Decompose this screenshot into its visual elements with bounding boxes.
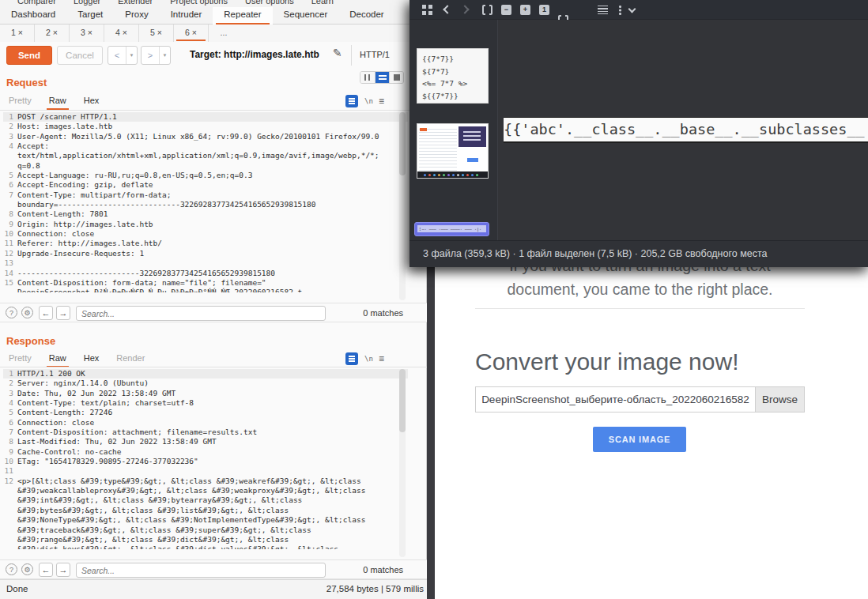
list-view-icon[interactable] <box>598 6 608 14</box>
newline-toggle-icon[interactable]: \n <box>364 97 373 105</box>
burp-top-tab[interactable]: Logger <box>74 0 100 6</box>
request-scrollbar-thumb[interactable] <box>399 112 406 175</box>
response-view-tab[interactable]: Render <box>108 352 153 367</box>
burp-top-tab[interactable]: Extender <box>118 0 153 6</box>
burp-top-tab[interactable]: Project options <box>170 0 228 6</box>
line-text: &#39;dict_keys&#39;&gt;, &lt;class &#39;… <box>17 544 338 549</box>
back-arrow-icon: < <box>108 47 126 64</box>
browse-button[interactable]: Browse <box>755 387 804 412</box>
kebab-menu-icon[interactable] <box>615 5 625 15</box>
response-view-tab[interactable]: Raw <box>40 352 75 367</box>
response-view-tab[interactable]: Pretty <box>0 352 40 367</box>
scan-image-button[interactable]: SCAN IMAGE <box>593 427 686 452</box>
help-icon[interactable]: ? <box>6 563 17 575</box>
gear-icon[interactable]: ⚙ <box>21 307 33 318</box>
repeater-tab[interactable]: 4 × <box>104 24 139 42</box>
burp-top-tab[interactable]: Learn <box>311 0 334 6</box>
burp-main-tab[interactable]: Dashboard <box>0 7 66 24</box>
selected-file-item[interactable]: ⠇–· ––– ·––– ––––· ––– ·|· <box>414 222 489 236</box>
repeater-tab[interactable]: 1 × <box>0 24 35 42</box>
request-line: 12Upgrade-Insecure-Requests: 1 <box>3 249 408 258</box>
request-view-tab[interactable]: Pretty <box>0 94 40 109</box>
burp-main-tab[interactable]: Proxy <box>114 7 159 24</box>
search-next-button[interactable]: → <box>56 306 70 320</box>
gear-icon[interactable]: ⚙ <box>21 563 33 575</box>
http-version-label[interactable]: HTTP/1 <box>360 50 390 59</box>
caret-down-icon[interactable]: ▼ <box>126 47 137 64</box>
search-prev-button[interactable]: ← <box>39 563 53 577</box>
zoomed-filename-text: {{'abc'.__class__.__base__.__subclasses_… <box>504 121 865 138</box>
line-text: Origin: http://images.late.htb <box>17 220 153 229</box>
layout-rows-button[interactable] <box>375 72 389 83</box>
line-number: 1 <box>3 369 13 379</box>
prev-request-button[interactable]: < ▼ <box>108 46 138 65</box>
file-upload-input[interactable]: DeepinScreenshot_выберите-область_202206… <box>475 386 805 413</box>
zoom-original-icon[interactable]: 1 <box>539 5 549 15</box>
request-view-tab[interactable]: Hex <box>75 94 108 109</box>
send-button[interactable]: Send <box>6 46 52 65</box>
back-icon[interactable] <box>443 5 451 13</box>
line-text: Host: images.late.htb <box>17 122 112 131</box>
request-line: 2Host: images.late.htb <box>3 122 408 131</box>
fm-content-area[interactable]: {{'abc'.__class__.__base__.__subclasses_… <box>499 20 868 240</box>
burp-main-tab[interactable]: Repeater <box>213 7 272 24</box>
response-line: 5Content-Length: 27246 <box>3 408 408 417</box>
repeater-tab[interactable]: 2 × <box>35 24 70 42</box>
repeater-tab[interactable]: 3 × <box>70 24 104 42</box>
response-search-input[interactable] <box>76 563 326 578</box>
beautify-icon[interactable] <box>345 352 358 365</box>
request-match-count: 0 matches <box>340 308 403 318</box>
search-next-button[interactable]: → <box>56 563 70 577</box>
forward-icon[interactable] <box>460 5 469 13</box>
text-file-thumbnail[interactable]: {{7*7}} ${7*7} <%= 7*7 %> ${{7*7}} <box>417 48 489 104</box>
request-view-tab[interactable]: Raw <box>40 94 75 109</box>
repeater-tab[interactable]: ... <box>209 24 239 42</box>
line-text: Cache-Control: no-cache <box>17 447 122 457</box>
line-number: 1 <box>3 112 13 122</box>
search-prev-button[interactable]: ← <box>39 306 53 320</box>
response-scrollbar-thumb[interactable] <box>399 369 406 432</box>
line-text: Accept: <box>17 141 49 151</box>
fm-sidebar: {{7*7}} ${7*7} <%= 7*7 %> ${{7*7}} ⠇–· –… <box>409 20 498 240</box>
repeater-toolbar: Send Cancel < ▼ > ▼ Target: http://image… <box>0 42 427 73</box>
line-text: Content-Type: multipart/form-data; <box>17 190 171 200</box>
repeater-tab[interactable]: 5 × <box>139 24 174 42</box>
burp-main-tab[interactable]: Sequencer <box>273 7 339 24</box>
layout-single-button[interactable] <box>389 72 403 83</box>
newline-toggle-icon[interactable]: \n <box>364 355 373 363</box>
repeater-tab[interactable]: 6 × <box>174 24 209 42</box>
layout-columns-button[interactable] <box>360 72 375 83</box>
burp-main-tab[interactable]: Intruder <box>160 7 213 24</box>
response-editor[interactable]: 1HTTP/1.1 200 OK 2Server: nginx/1.14.0 (… <box>0 369 408 559</box>
cancel-button[interactable]: Cancel <box>57 46 103 65</box>
caret-down-icon[interactable]: ▼ <box>159 47 170 64</box>
image-file-thumbnail[interactable] <box>417 123 489 179</box>
response-line: &#39;bytes&#39;&gt;, &lt;class &#39;list… <box>3 506 408 515</box>
beautify-icon[interactable] <box>345 95 358 107</box>
response-match-count: 0 matches <box>340 565 403 575</box>
response-view-tab[interactable]: Hex <box>75 352 108 367</box>
line-number: 7 <box>3 428 13 437</box>
thumbnail-taskbar <box>417 171 488 178</box>
folder-view-grid-icon[interactable] <box>422 5 432 15</box>
line-text: Content-Length: 27246 <box>17 408 112 417</box>
zoom-out-icon[interactable]: − <box>501 5 511 15</box>
line-number <box>3 200 13 209</box>
response-line: 6Connection: close <box>3 418 408 428</box>
fit-window-icon[interactable] <box>482 5 492 15</box>
zoom-in-icon[interactable]: + <box>520 5 530 15</box>
burp-main-tab-row: DashboardTargetProxyIntruderRepeaterSequ… <box>0 7 427 24</box>
next-request-button[interactable]: > ▼ <box>141 46 171 65</box>
editor-menu-icon[interactable]: ≡ <box>379 96 384 107</box>
burp-top-tab[interactable]: User options <box>245 0 294 6</box>
burp-main-tab[interactable]: Target <box>66 7 114 24</box>
chevron-down-icon[interactable] <box>628 6 636 13</box>
request-editor[interactable]: 1POST /scanner HTTP/1.1 2Host: images.la… <box>0 112 408 303</box>
burp-top-tab[interactable]: Comparer <box>17 0 56 6</box>
help-icon[interactable]: ? <box>6 307 17 318</box>
line-number: 11 <box>3 466 13 476</box>
request-search-input[interactable] <box>76 306 326 321</box>
editor-menu-icon[interactable]: ≡ <box>379 353 384 364</box>
burp-main-tab[interactable]: Decoder <box>338 7 394 24</box>
edit-pencil-icon[interactable]: ✎ <box>333 47 342 59</box>
